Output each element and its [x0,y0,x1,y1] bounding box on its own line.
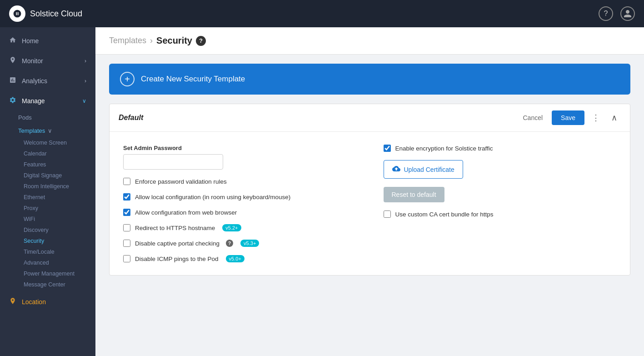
disable-captive-badge: v5.3+ [240,240,259,247]
disable-icmp-badge: v5.0+ [226,255,245,262]
template-actions: Cancel Save ⋮ ∧ [517,110,621,125]
captive-help-icon[interactable]: ? [226,240,233,247]
admin-password-label: Set Admin Password [123,145,356,151]
allow-web-config-label: Allow configuration from web browser [135,209,237,216]
admin-password-input[interactable] [123,154,223,170]
sidebar-item-time-locale[interactable]: Time/Locale [0,246,95,257]
save-button[interactable]: Save [552,110,584,125]
checkbox-enable-encryption: Enable encryption for Solstice traffic [384,145,617,152]
sidebar: Home Monitor › Analytics › Manage ∨ [0,27,95,356]
enable-encryption-checkbox[interactable] [384,145,391,152]
checkbox-redirect-https: Redirect to HTTPS hostname v5.2+ [123,224,356,231]
sidebar-item-ethernet[interactable]: Ethernet [0,192,95,203]
content-area: + Create New Security Template Default C… [95,55,644,356]
checkbox-allow-local-config: Allow local configuration (in room using… [123,193,356,201]
sidebar-item-power-management[interactable]: Power Management [0,268,95,279]
location-icon [9,297,16,306]
create-banner[interactable]: + Create New Security Template [109,64,630,95]
sidebar-item-security[interactable]: Security [0,236,95,246]
logo-icon [9,5,25,22]
enforce-password-label: Enforce password validation rules [135,178,227,185]
layout: Home Monitor › Analytics › Manage ∨ [0,27,644,356]
manage-subnav: Pods Templates ∨ Welcome Screen Calendar… [0,111,95,290]
sidebar-item-proxy[interactable]: Proxy [0,203,95,214]
breadcrumb-current: Security [156,35,192,46]
sidebar-item-discovery[interactable]: Discovery [0,225,95,236]
sidebar-manage-label: Manage [22,97,45,105]
template-card-body: Set Admin Password Enforce password vali… [110,132,630,275]
enable-encryption-label: Enable encryption for Solstice traffic [395,145,493,152]
template-card-default: Default Cancel Save ⋮ ∧ Set Admin Pass [109,104,630,276]
sidebar-item-room-intelligence[interactable]: Room Intelligence [0,181,95,192]
allow-local-config-checkbox[interactable] [123,193,130,201]
sidebar-item-features[interactable]: Features [0,159,95,170]
disable-icmp-checkbox[interactable] [123,255,130,262]
redirect-https-label: Redirect to HTTPS hostname [135,225,215,231]
checkbox-disable-captive: Disable captive portal checking ? v5.3+ [123,240,356,247]
disable-icmp-label: Disable ICMP pings to the Pod [135,256,219,262]
topbar: Solstice Cloud ? [0,0,644,27]
user-icon[interactable] [620,6,635,21]
sidebar-analytics-label: Analytics [22,77,47,85]
custom-ca-label: Use custom CA cert bundle for https [395,211,494,218]
breadcrumb-separator: › [150,36,153,45]
sidebar-item-manage[interactable]: Manage ∨ [0,91,95,111]
checkbox-custom-ca: Use custom CA cert bundle for https [384,211,617,218]
checkbox-enforce-password: Enforce password validation rules [123,178,356,185]
template-name: Default [119,114,143,122]
analytics-chevron: › [85,78,86,84]
sidebar-item-calendar[interactable]: Calendar [0,148,95,159]
analytics-icon [9,76,16,85]
sidebar-item-welcome-screen[interactable]: Welcome Screen [0,137,95,148]
create-icon: + [120,72,135,86]
monitor-chevron: › [85,58,86,64]
sidebar-item-wifi[interactable]: WiFi [0,214,95,225]
breadcrumb-parent[interactable]: Templates [109,36,146,45]
sidebar-item-message-center[interactable]: Message Center [0,279,95,290]
sidebar-item-home[interactable]: Home [0,31,95,51]
sidebar-item-location[interactable]: Location [0,292,95,312]
allow-web-config-checkbox[interactable] [123,209,130,216]
templates-label: Templates [18,127,45,134]
upload-cert-button[interactable]: Upload Certificate [384,160,463,179]
sidebar-item-advanced[interactable]: Advanced [0,257,95,268]
disable-captive-label: Disable captive portal checking [135,240,220,247]
topbar-actions: ? [599,6,635,21]
redirect-https-badge: v5.2+ [222,224,241,231]
home-icon [9,36,16,45]
breadcrumb-help-icon[interactable]: ? [196,36,206,46]
sidebar-home-label: Home [22,37,39,45]
sidebar-item-pods[interactable]: Pods [0,111,95,124]
reset-default-button[interactable]: Reset to default [384,187,444,202]
disable-captive-checkbox[interactable] [123,240,130,247]
templates-chevron: ∨ [48,127,52,134]
sidebar-item-monitor[interactable]: Monitor › [0,51,95,71]
upload-icon [392,165,400,174]
template-left-col: Set Admin Password Enforce password vali… [123,145,356,262]
manage-chevron: ∨ [82,98,86,104]
sidebar-item-templates[interactable]: Templates ∨ [0,124,95,137]
sidebar-monitor-label: Monitor [22,57,43,65]
more-options-button[interactable]: ⋮ [588,111,604,125]
location-label: Location [22,298,46,306]
app-title: Solstice Cloud [30,9,82,19]
allow-local-config-label: Allow local configuration (in room using… [135,194,290,201]
topbar-brand: Solstice Cloud [9,5,82,22]
main-content: Templates › Security ? + Create New Secu… [95,27,644,356]
template-right-col: Enable encryption for Solstice traffic U… [384,145,617,262]
template-card-header: Default Cancel Save ⋮ ∧ [110,104,630,132]
checkbox-allow-web-config: Allow configuration from web browser [123,209,356,216]
enforce-password-checkbox[interactable] [123,178,130,185]
breadcrumb-bar: Templates › Security ? [95,27,644,55]
cancel-button[interactable]: Cancel [517,111,548,124]
collapse-button[interactable]: ∧ [608,111,621,125]
sidebar-item-analytics[interactable]: Analytics › [0,71,95,91]
admin-password-group: Set Admin Password [123,145,356,170]
custom-ca-checkbox[interactable] [384,211,391,218]
redirect-https-checkbox[interactable] [123,224,130,231]
checkbox-disable-icmp: Disable ICMP pings to the Pod v5.0+ [123,255,356,262]
monitor-icon [9,56,16,65]
sidebar-item-digital-signage[interactable]: Digital Signage [0,170,95,181]
help-icon[interactable]: ? [599,6,613,21]
create-banner-text: Create New Security Template [141,75,245,84]
